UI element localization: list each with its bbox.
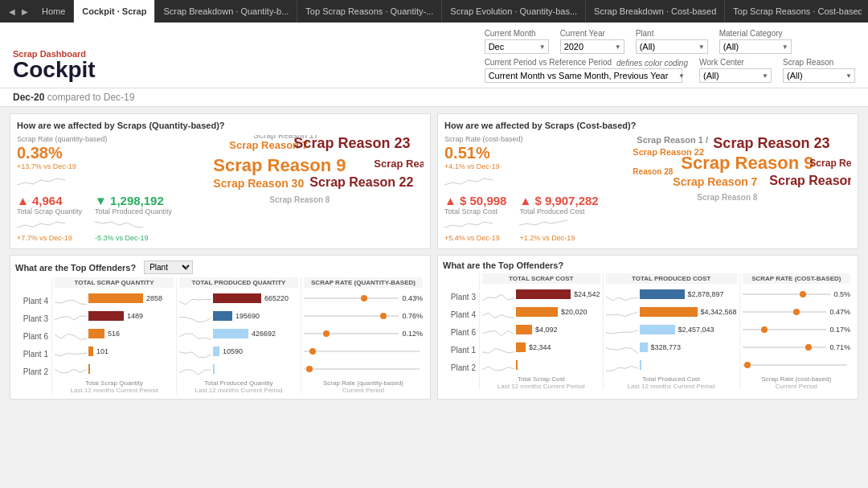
word-cloud-word: Scrap Reason 1 / xyxy=(637,135,708,145)
bar xyxy=(213,329,248,338)
nav-tab[interactable]: Cockpit · Scrap xyxy=(74,0,155,23)
dot-row xyxy=(304,342,423,360)
bar-row xyxy=(606,356,737,374)
bar xyxy=(213,293,261,303)
bar xyxy=(640,307,698,317)
mini-sparkline xyxy=(482,357,514,373)
dot-marker xyxy=(323,330,330,337)
bar xyxy=(88,364,90,374)
current-year-label: Current Year xyxy=(560,29,624,38)
nav-tab[interactable]: Scrap Evolution · Quantity-bas... xyxy=(442,0,586,23)
bar-value: $328,773 xyxy=(651,343,682,351)
qty-offenders-header: What are the Top Offenders? Plant xyxy=(15,260,425,274)
qty-offenders-filter[interactable]: Plant xyxy=(144,260,193,274)
scrap-reason-label: Scrap Reason xyxy=(783,58,855,67)
cost-rate-footer: Scrap Rate (cost-based) Current Period xyxy=(743,375,850,390)
cost-panel-title: How are we affected by Scraps (Cost-base… xyxy=(444,121,851,130)
material-category-select[interactable]: (All) xyxy=(719,39,792,54)
scrap-reason-select[interactable]: (All) xyxy=(783,68,855,83)
header-left: Scrap Dashboard Cockpit xyxy=(13,49,96,83)
top-navigation: ◀ ▶ HomeCockpit · ScrapScrap Breakdown ·… xyxy=(0,0,868,23)
bar-value: $20,020 xyxy=(561,308,588,316)
dot-value: 0.12% xyxy=(402,330,423,338)
dot-line xyxy=(304,351,420,352)
bar-row xyxy=(55,360,174,378)
period-select[interactable]: Current Month vs Same Month, Previous Ye… xyxy=(485,68,682,83)
bar-row: 516 xyxy=(55,325,174,342)
bar-value: 426692 xyxy=(252,330,276,338)
work-center-select[interactable]: (All) xyxy=(699,68,772,83)
word-cloud-word: Scrap Reason 8 xyxy=(269,195,330,204)
word-cloud-word: Scrap Reason 9 xyxy=(681,153,813,174)
scrap-rate-qty-value: 0.38% xyxy=(17,144,108,162)
material-category-label: Material Category xyxy=(719,29,792,38)
mini-sparkline xyxy=(179,326,211,342)
dot-line xyxy=(743,311,827,313)
mini-sparkline xyxy=(606,304,638,320)
current-month-select[interactable]: Dec xyxy=(485,39,549,54)
nav-tab[interactable]: Home xyxy=(34,0,74,23)
total-scrap-cost-label: Total Scrap Cost xyxy=(444,207,506,215)
quantity-kpis-left: Scrap Rate (quantity-based) 0.38% +13.7%… xyxy=(17,135,199,242)
cost-prod-header: TOTAL PRODUCED COST xyxy=(606,273,737,284)
word-cloud-word: Scrap Reason 7 xyxy=(673,175,757,188)
row-label: Plant 4 xyxy=(443,306,479,323)
plant-control: Plant (All) xyxy=(636,29,708,54)
nav-tab[interactable]: Top Scrap Reasons · Quantity-... xyxy=(297,0,442,23)
word-cloud-word: Scrap Reason 23 xyxy=(713,135,829,152)
plant-select[interactable]: (All) xyxy=(636,39,708,54)
bar-value: $4,342,568 xyxy=(701,308,737,316)
bar xyxy=(516,342,526,352)
dot-marker xyxy=(805,344,812,351)
word-cloud-word: Scrap Reason 11 xyxy=(809,158,851,169)
row-label: Plant 6 xyxy=(443,323,479,341)
bar-value: $4,092 xyxy=(535,326,558,334)
bar-row: $4,342,568 xyxy=(606,303,737,321)
nav-tab[interactable]: Top Scrap Reasons · Cost-based xyxy=(725,0,862,23)
scrap-rate-qty-kpi: Scrap Rate (quantity-based) 0.38% +13.7%… xyxy=(17,135,108,191)
dot-value: 0.71% xyxy=(829,343,850,351)
scrap-rate-qty-label: Scrap Rate (quantity-based) xyxy=(17,135,108,143)
cost-scrap-header: TOTAL SCRAP COST xyxy=(482,273,600,284)
nav-back[interactable]: ◀ xyxy=(6,6,18,18)
bar xyxy=(88,329,104,338)
cost-row-labels: Plant 3Plant 4Plant 6Plant 1Plant 2 xyxy=(443,273,479,390)
word-cloud-word: Scrap Reason 9 xyxy=(213,155,346,176)
current-year-select[interactable]: 2020 xyxy=(560,39,624,54)
dot-row xyxy=(743,356,850,374)
total-produced-qty-value: ▼ 1,298,192 xyxy=(95,194,172,207)
qty-scrap-footer: Total Scrap Quantity Last 12 months Curr… xyxy=(55,379,174,394)
bar-row: $2,878,897 xyxy=(606,285,737,303)
mini-sparkline xyxy=(482,339,514,355)
total-produced-qty-change: -5.3% vs Dec-19 xyxy=(95,234,172,242)
work-center-control: Work Center (All) xyxy=(699,58,772,83)
scrap-reason-control: Scrap Reason (All) xyxy=(783,58,855,83)
bar xyxy=(516,325,532,334)
qty-scrap-header: TOTAL SCRAP QUANTITY xyxy=(55,277,174,288)
qty-row-labels: Plant 4Plant 3Plant 6Plant 1Plant 2 xyxy=(15,277,51,394)
bar-value: 101 xyxy=(96,347,108,355)
nav-tab[interactable]: Scrap Breakdown · Quantity-b... xyxy=(155,0,297,23)
bar-row: $2,457,043 xyxy=(606,321,737,338)
mini-sparkline xyxy=(55,290,87,306)
page-title: Cockpit xyxy=(13,57,96,83)
bar-row: 665220 xyxy=(179,289,298,307)
dot-line xyxy=(743,329,827,330)
nav-tab[interactable]: Scrap Breakdown · Cost-based xyxy=(586,0,725,23)
mini-sparkline xyxy=(606,322,638,338)
nav-forward[interactable]: ▶ xyxy=(19,6,31,18)
bar-row: 101 xyxy=(55,342,174,360)
dot-row: 0.43% xyxy=(304,289,423,307)
cost-panel: How are we affected by Scraps (Cost-base… xyxy=(437,113,858,249)
scrap-rate-cost-value: 0.51% xyxy=(444,144,523,162)
dot-line xyxy=(304,297,399,299)
total-scrap-qty-spark xyxy=(17,215,65,232)
dot-line xyxy=(304,368,420,370)
qty-rate-footer: Scrap Rate (quantity-based) Current Peri… xyxy=(304,379,423,394)
cost-kpi-group: Scrap Rate (cost-based) 0.51% +4.1% vs D… xyxy=(444,135,626,191)
bar-value: $24,542 xyxy=(574,290,600,298)
bar xyxy=(213,311,232,321)
total-produced-cost-value: ▲ $ 9,907,282 xyxy=(519,194,598,207)
total-scrap-cost-spark xyxy=(444,215,493,232)
word-cloud-word: Scrap Reason 30 xyxy=(213,177,304,190)
